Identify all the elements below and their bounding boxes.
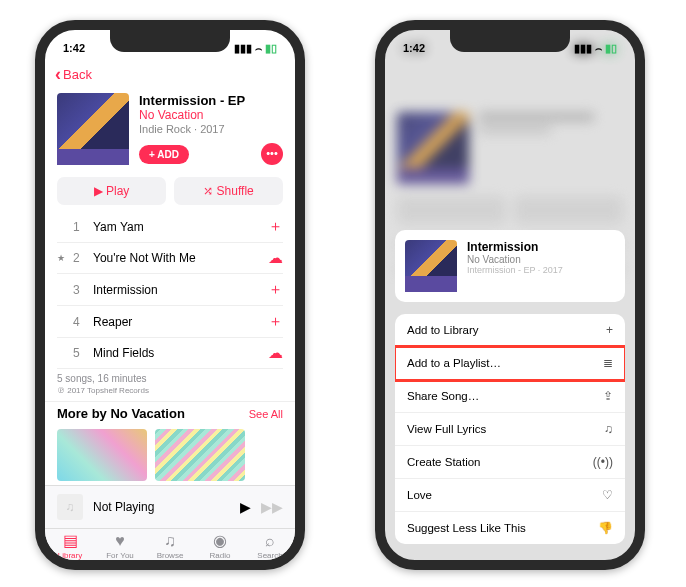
album-header: Intermission - EP No Vacation Indie Rock… xyxy=(45,87,295,171)
album-art[interactable] xyxy=(57,93,129,165)
play-button[interactable]: ▶ Play xyxy=(57,177,166,205)
song-preview-card: Intermission No Vacation Intermission - … xyxy=(395,230,625,302)
related-album-card[interactable] xyxy=(57,429,147,481)
dislike-icon: 👎 xyxy=(598,521,613,535)
song-album: Intermission - EP · 2017 xyxy=(467,265,563,275)
copyright: ℗ 2017 Topshelf Records xyxy=(45,386,295,401)
heart-icon: ♥ xyxy=(95,533,145,549)
battery-icon: ▮▯ xyxy=(605,42,617,55)
track-row[interactable]: ★ 3 Intermission ＋ xyxy=(57,274,283,306)
album-genre: Indie Rock · 2017 xyxy=(139,123,283,135)
chevron-left-icon: ‹ xyxy=(55,64,61,85)
menu-share-song[interactable]: Share Song… ⇪ xyxy=(395,380,625,413)
wifi-icon: ⌢ xyxy=(595,42,602,55)
status-time: 1:42 xyxy=(403,42,425,54)
status-time: 1:42 xyxy=(63,42,85,54)
star-icon: ★ xyxy=(57,253,65,263)
related-album-card[interactable] xyxy=(155,429,245,481)
track-row[interactable]: ★ 4 Reaper ＋ xyxy=(57,306,283,338)
notch xyxy=(450,30,570,52)
now-playing-art: ♫ xyxy=(57,494,83,520)
album-artist[interactable]: No Vacation xyxy=(139,108,283,122)
action-sheet-overlay[interactable]: Intermission No Vacation Intermission - … xyxy=(385,30,635,560)
see-all-link[interactable]: See All xyxy=(249,408,283,420)
tab-search[interactable]: ⌕Search xyxy=(245,533,295,560)
tab-browse[interactable]: ♫Browse xyxy=(145,533,195,560)
menu-love[interactable]: Love ♡ xyxy=(395,479,625,512)
tab-bar: ▤Library ♥For You ♫Browse ◉Radio ⌕Search xyxy=(45,528,295,560)
album-title: Intermission - EP xyxy=(139,93,283,108)
track-row[interactable]: ★ 1 Yam Yam ＋ xyxy=(57,211,283,243)
menu-add-to-library[interactable]: Add to Library + xyxy=(395,314,625,347)
more-actions-button[interactable]: ••• xyxy=(261,143,283,165)
more-by-heading: More by No Vacation xyxy=(57,406,185,421)
notch xyxy=(110,30,230,52)
add-icon[interactable]: ＋ xyxy=(268,312,283,331)
next-icon[interactable]: ▶▶ xyxy=(261,499,283,515)
now-playing-title: Not Playing xyxy=(93,500,230,514)
track-row[interactable]: ★ 2 You're Not With Me ☁ xyxy=(57,243,283,274)
song-art xyxy=(405,240,457,292)
library-icon: ▤ xyxy=(45,533,95,549)
lyrics-icon: ♫ xyxy=(604,422,613,436)
action-menu: Add to Library + Add to a Playlist… ≣ Sh… xyxy=(395,314,625,544)
plus-icon: + xyxy=(606,323,613,337)
download-icon[interactable]: ☁ xyxy=(268,249,283,267)
radio-icon: ◉ xyxy=(195,533,245,549)
track-list: ★ 1 Yam Yam ＋ ★ 2 You're Not With Me ☁ ★… xyxy=(45,211,295,369)
add-icon[interactable]: ＋ xyxy=(268,280,283,299)
search-icon: ⌕ xyxy=(245,533,295,549)
add-icon[interactable]: ＋ xyxy=(268,217,283,236)
download-icon[interactable]: ☁ xyxy=(268,344,283,362)
song-artist: No Vacation xyxy=(467,254,563,265)
browse-icon: ♫ xyxy=(145,533,195,549)
phone-album-view: 1:42 ▮▮▮ ⌢ ▮▯ ‹ Back Intermission - EP N… xyxy=(35,20,305,570)
back-button[interactable]: ‹ Back xyxy=(45,62,295,87)
now-playing-bar[interactable]: ♫ Not Playing ▶ ▶▶ xyxy=(45,485,295,528)
menu-add-to-playlist[interactable]: Add to a Playlist… ≣ xyxy=(395,347,625,380)
battery-icon: ▮▯ xyxy=(265,42,277,55)
wifi-icon: ⌢ xyxy=(255,42,262,55)
shuffle-button[interactable]: ⤮ Shuffle xyxy=(174,177,283,205)
menu-suggest-less[interactable]: Suggest Less Like This 👎 xyxy=(395,512,625,544)
song-title: Intermission xyxy=(467,240,563,254)
menu-create-station[interactable]: Create Station ((•)) xyxy=(395,446,625,479)
add-button[interactable]: + ADD xyxy=(139,145,189,164)
station-icon: ((•)) xyxy=(593,455,613,469)
signal-icon: ▮▮▮ xyxy=(234,42,252,55)
tab-for-you[interactable]: ♥For You xyxy=(95,533,145,560)
heart-icon: ♡ xyxy=(602,488,613,502)
tab-radio[interactable]: ◉Radio xyxy=(195,533,245,560)
tab-library[interactable]: ▤Library xyxy=(45,533,95,560)
track-row[interactable]: ★ 5 Mind Fields ☁ xyxy=(57,338,283,369)
signal-icon: ▮▮▮ xyxy=(574,42,592,55)
track-summary: 5 songs, 16 minutes xyxy=(45,369,295,386)
back-label: Back xyxy=(63,67,92,82)
share-icon: ⇪ xyxy=(603,389,613,403)
phone-action-sheet: 1:42 ▮▮▮ ⌢ ▮▯ 1:42 xyxy=(375,20,645,570)
menu-view-lyrics[interactable]: View Full Lyrics ♫ xyxy=(395,413,625,446)
play-icon[interactable]: ▶ xyxy=(240,499,251,515)
playlist-icon: ≣ xyxy=(603,356,613,370)
